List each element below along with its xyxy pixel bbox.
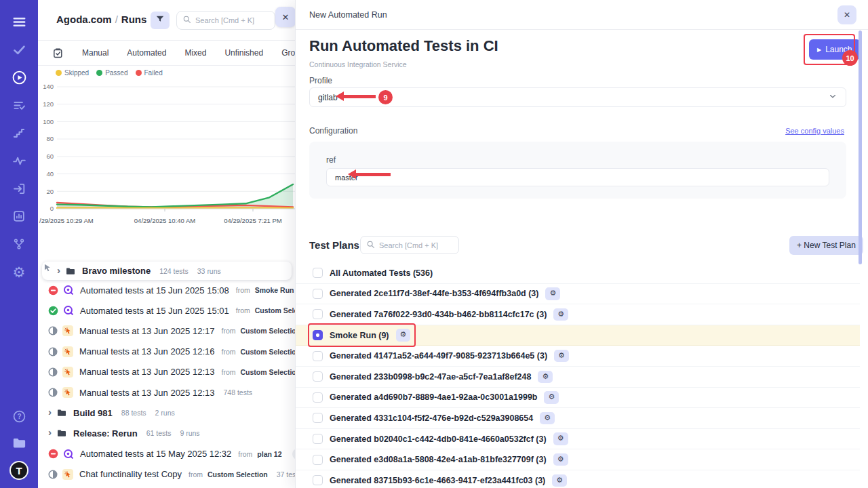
run-row[interactable]: Automated tests at 15 May 2025 12:32from… (38, 444, 295, 464)
breadcrumb[interactable]: Agoda.com/Runs (56, 14, 146, 25)
run-title[interactable]: Chat functinality test Copy (79, 469, 182, 479)
steps-icon[interactable] (11, 125, 27, 141)
run-group-row[interactable]: ›Release: Rerun61 tests9 runs (38, 423, 295, 443)
select-runs-icon[interactable] (52, 47, 64, 59)
test-plan-checkbox[interactable] (313, 455, 323, 465)
test-plan-gear-icon[interactable]: ⚙ (538, 371, 553, 383)
group-name[interactable]: Bravo milestone (82, 266, 151, 276)
run-title[interactable]: Automated tests at 15 May 2025 12:32 (80, 449, 231, 459)
test-plan-label[interactable]: Generated 7a76f022-93d0-434b-b462-bb8114… (330, 310, 547, 319)
git-branch-icon[interactable] (11, 236, 27, 252)
test-plan-gear-icon[interactable]: ⚙ (540, 412, 555, 424)
run-row[interactable]: Manual tests at 13 Jun 2025 12:13fromCus… (38, 362, 295, 382)
check-icon[interactable] (11, 41, 27, 58)
test-plan-checkbox[interactable] (313, 475, 323, 485)
test-plan-gear-icon[interactable]: ⚙ (553, 308, 568, 321)
chevron-right-icon[interactable]: › (57, 265, 60, 275)
run-row[interactable]: Manual tests at 13 Jun 2025 12:13748 tes… (38, 382, 295, 403)
test-plan-label[interactable]: Generated 2ce11f7d-38ef-44fe-b353-4f694f… (330, 289, 538, 298)
run-row[interactable]: Automated tests at 15 Jun 2025 15:01from… (38, 300, 295, 321)
gear-icon[interactable]: ⚙ (11, 264, 27, 280)
test-plans-search-input[interactable] (379, 241, 453, 249)
test-plan-checkbox[interactable] (313, 351, 323, 361)
run-group-row[interactable]: ›Build 98188 tests2 runs (38, 403, 295, 423)
test-plan-checkbox[interactable] (313, 413, 323, 423)
test-plan-checkbox[interactable] (313, 268, 323, 278)
test-plan-checkbox[interactable] (313, 289, 323, 299)
run-row[interactable]: Manual tests at 13 Jun 2025 12:17fromCus… (38, 321, 295, 341)
test-plan-label[interactable]: Generated 41471a52-a644-49f7-9085-923713… (330, 351, 547, 361)
test-plan-gear-icon[interactable]: ⚙ (552, 474, 567, 487)
test-plan-gear-icon[interactable]: ⚙ (553, 453, 568, 466)
drawer-close-button[interactable]: ✕ (837, 5, 856, 24)
test-plan-checkbox[interactable] (313, 330, 323, 340)
folder-icon[interactable] (11, 434, 27, 451)
run-group-row[interactable]: ›Bravo milestone124 tests33 runs (42, 262, 292, 280)
tab-groups[interactable]: Groups (281, 48, 295, 58)
test-plan-gear-icon[interactable]: ⚙ (553, 432, 568, 445)
test-plan-label[interactable]: Smoke Run (9) (330, 331, 389, 340)
run-title[interactable]: Automated tests at 15 Jun 2025 15:08 (80, 285, 229, 296)
run-title[interactable]: Manual tests at 13 Jun 2025 12:17 (79, 326, 214, 336)
test-plan-row[interactable]: Generated b02040c1-c442-4db0-841e-4660a0… (296, 429, 860, 450)
test-plan-label[interactable]: All Automated Tests (536) (330, 268, 433, 278)
test-plan-label[interactable]: Generated b02040c1-c442-4db0-841e-4660a0… (330, 434, 547, 444)
test-plan-gear-icon[interactable]: ⚙ (544, 391, 559, 403)
chevron-right-icon[interactable]: › (48, 407, 52, 417)
test-plan-row[interactable]: Generated 233b0998-b9c2-47ae-a5cf-7ea1af… (296, 367, 860, 388)
test-plan-label[interactable]: Generated 83715b93-6c1e-4663-9417-ef23a4… (330, 476, 545, 485)
tab-unfinished[interactable]: Unfinished (224, 48, 263, 58)
run-row[interactable]: Manual tests at 13 Jun 2025 12:16fromCus… (38, 342, 295, 362)
chevron-right-icon[interactable]: › (48, 427, 52, 437)
test-plan-label[interactable]: Generated a4d690b7-8889-4ae1-92aa-0c3001… (330, 392, 537, 402)
test-plan-row[interactable]: Generated 2ce11f7d-38ef-44fe-b353-4f694f… (296, 284, 860, 305)
test-plan-row[interactable]: Generated 83715b93-6c1e-4663-9417-ef23a4… (296, 470, 860, 488)
run-title[interactable]: Manual tests at 13 Jun 2025 12:16 (79, 346, 214, 357)
test-plan-checkbox[interactable] (313, 371, 323, 382)
test-plans-search[interactable] (360, 236, 459, 254)
test-plan-checkbox[interactable] (313, 392, 323, 403)
breadcrumb-project[interactable]: Agoda.com (56, 14, 112, 25)
see-config-values-link[interactable]: See config values (785, 127, 844, 135)
filter-button[interactable] (151, 12, 170, 29)
runs-panel-close-button[interactable]: ✕ (275, 7, 295, 27)
run-row[interactable]: Automated tests at 15 Jun 2025 15:08from… (38, 280, 295, 300)
help-icon[interactable]: ? (11, 408, 27, 424)
test-plan-row[interactable]: Generated 7a76f022-93d0-434b-b462-bb8114… (296, 304, 860, 325)
test-plan-gear-icon[interactable]: ⚙ (545, 287, 560, 300)
test-plan-checkbox[interactable] (313, 434, 323, 444)
tab-automated[interactable]: Automated (127, 48, 166, 58)
test-plan-row[interactable]: Generated 4331c104-f5f2-476e-b92d-c529a3… (296, 408, 860, 429)
new-test-plan-button[interactable]: + New Test Plan (789, 236, 863, 255)
test-plan-row[interactable]: All Automated Tests (536) (296, 263, 860, 284)
list-check-icon[interactable] (11, 97, 27, 113)
test-plan-label[interactable]: Generated 4331c104-f5f2-476e-b92d-c529a3… (330, 413, 533, 423)
run-title[interactable]: Manual tests at 13 Jun 2025 12:13 (79, 367, 214, 377)
tab-mixed[interactable]: Mixed (184, 48, 206, 58)
runs-search-input[interactable] (195, 16, 269, 24)
play-circle-icon[interactable] (11, 69, 27, 85)
test-plan-gear-icon[interactable]: ⚙ (396, 329, 411, 341)
run-row[interactable]: Chat functinality test CopyfromCustom Se… (38, 464, 295, 485)
test-plan-row[interactable]: Generated e3d08a1a-5808-42e4-a1ab-81bfe3… (296, 449, 860, 470)
activity-icon[interactable] (11, 152, 27, 169)
avatar[interactable]: T (9, 461, 28, 480)
import-icon[interactable] (11, 180, 27, 197)
test-plan-label[interactable]: Generated e3d08a1a-5808-42e4-a1ab-81bfe3… (330, 455, 547, 464)
tab-manual[interactable]: Manual (82, 48, 108, 58)
bar-chart-icon[interactable] (11, 208, 27, 224)
run-title[interactable]: Manual tests at 13 Jun 2025 12:13 (79, 388, 214, 398)
runs-search[interactable] (176, 11, 275, 30)
test-plan-row[interactable]: Generated a4d690b7-8889-4ae1-92aa-0c3001… (296, 388, 860, 409)
test-plan-row[interactable]: Smoke Run (9)⚙ (296, 325, 860, 346)
ref-input[interactable] (326, 168, 829, 186)
group-name[interactable]: Release: Rerun (73, 428, 138, 439)
test-plan-label[interactable]: Generated 233b0998-b9c2-47ae-a5cf-7ea1af… (330, 372, 531, 382)
scrollbar-thumb[interactable] (859, 30, 862, 264)
test-plan-checkbox[interactable] (313, 309, 323, 319)
group-name[interactable]: Build 981 (73, 408, 113, 418)
test-plan-row[interactable]: Generated 41471a52-a644-49f7-9085-923713… (296, 346, 860, 367)
run-title[interactable]: Automated tests at 15 Jun 2025 15:01 (80, 306, 229, 316)
test-plan-gear-icon[interactable]: ⚙ (554, 350, 569, 362)
menu-icon[interactable] (11, 14, 27, 30)
